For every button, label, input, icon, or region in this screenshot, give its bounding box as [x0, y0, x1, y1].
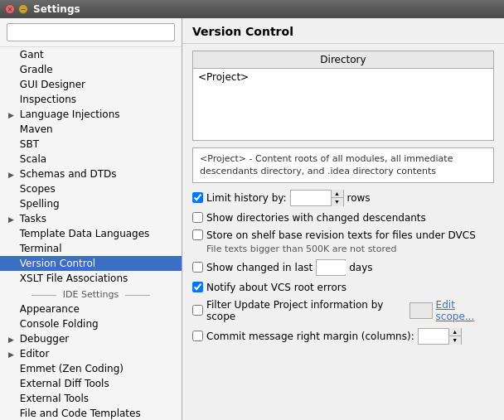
- filter-update-label: Filter Update Project information by sco…: [206, 299, 406, 322]
- sidebar-item-label: Terminal: [20, 243, 62, 254]
- filter-update-checkbox[interactable]: [192, 305, 203, 316]
- right-panel: Version Control Directory <Project>: [182, 18, 504, 420]
- edit-scope-link[interactable]: Edit scope...: [436, 299, 494, 322]
- directory-table: Directory <Project>: [192, 51, 494, 141]
- sidebar-item-label: Gradle: [20, 64, 53, 75]
- expand-arrow-icon: ▶: [8, 111, 17, 119]
- expand-arrow-icon: ▶: [8, 336, 17, 344]
- margin-spinner-buttons: ▲ ▼: [448, 328, 461, 345]
- sidebar-item-gant[interactable]: Gant: [0, 47, 182, 62]
- notify-vcs-option: Notify about VCS root errors: [192, 282, 494, 293]
- panel-content: Directory <Project> <Project> - Content …: [182, 44, 504, 420]
- sidebar-item-version-control[interactable]: Version Control: [0, 256, 182, 271]
- search-input[interactable]: [7, 23, 175, 41]
- sidebar-item-sbt[interactable]: SBT: [0, 137, 182, 152]
- show-directories-label: Show directories with changed descendant…: [206, 212, 426, 224]
- commit-margin-spinner[interactable]: 72 ▲ ▼: [418, 328, 462, 345]
- table-row[interactable]: <Project>: [193, 69, 494, 86]
- spinner-down-button[interactable]: ▼: [332, 198, 343, 206]
- directory-column-header: Directory: [193, 51, 494, 69]
- show-changed-checkbox[interactable]: [192, 262, 203, 273]
- sidebar-item-editor[interactable]: ▶ Editor: [0, 346, 182, 361]
- window-title: Settings: [33, 3, 80, 15]
- sidebar-item-debugger[interactable]: ▶ Debugger: [0, 331, 182, 346]
- show-changed-label: Show changed in last: [206, 262, 313, 273]
- limit-history-label: Limit history by:: [206, 192, 287, 204]
- sidebar-item-maven[interactable]: Maven: [0, 122, 182, 137]
- commit-message-checkbox[interactable]: [192, 331, 203, 341]
- limit-history-checkbox[interactable]: [192, 192, 203, 203]
- sidebar-item-label: Tasks: [20, 213, 46, 224]
- days-spinner[interactable]: 31: [316, 259, 346, 276]
- limit-history-input[interactable]: 1,000: [291, 191, 331, 205]
- sidebar-item-label: Emmet (Zen Coding): [20, 363, 124, 374]
- expand-arrow-icon: ▶: [8, 350, 17, 359]
- sidebar-item-gui-designer[interactable]: GUI Designer: [0, 77, 182, 92]
- sidebar-item-file-code-templates[interactable]: File and Code Templates: [0, 406, 182, 420]
- sidebar-item-xslt[interactable]: XSLT File Associations: [0, 271, 182, 286]
- limit-history-option: Limit history by: 1,000 ▲ ▼ rows: [192, 190, 494, 206]
- sidebar-item-language-injections[interactable]: ▶ Language Injections: [0, 107, 182, 122]
- sidebar-item-label: GUI Designer: [20, 79, 85, 90]
- sidebar-list: Gant Gradle GUI Designer Inspections ▶ L…: [0, 47, 182, 420]
- sidebar-item-label: Schemas and DTDs: [20, 168, 117, 180]
- window-controls[interactable]: × −: [5, 4, 28, 14]
- sidebar-item-schemas-dtds[interactable]: ▶ Schemas and DTDs: [0, 167, 182, 181]
- sidebar-item-label: Appearance: [20, 303, 80, 315]
- sidebar-item-label: Editor: [20, 348, 50, 360]
- scope-dropdown[interactable]: [410, 302, 432, 319]
- margin-spinner-down[interactable]: ▼: [449, 336, 461, 345]
- store-on-shelf-checkbox[interactable]: [192, 229, 203, 240]
- main-container: Gant Gradle GUI Designer Inspections ▶ L…: [0, 18, 504, 420]
- sidebar-item-console-folding[interactable]: Console Folding: [0, 316, 182, 331]
- show-directories-option: Show directories with changed descendant…: [192, 212, 494, 224]
- days-suffix: days: [349, 262, 372, 273]
- sidebar-item-external-tools[interactable]: External Tools: [0, 391, 182, 406]
- days-input[interactable]: 31: [317, 261, 346, 274]
- sidebar-item-template-data[interactable]: Template Data Languages: [0, 226, 182, 241]
- expand-arrow-icon: ▶: [8, 215, 17, 224]
- sidebar-item-label: Maven: [20, 123, 53, 135]
- sidebar-item-label: Inspections: [20, 94, 76, 105]
- limit-history-suffix: rows: [347, 192, 371, 204]
- margin-spinner-up[interactable]: ▲: [449, 328, 461, 336]
- sidebar-item-gradle[interactable]: Gradle: [0, 62, 182, 77]
- spinner-up-button[interactable]: ▲: [332, 190, 343, 198]
- sidebar-item-inspections[interactable]: Inspections: [0, 92, 182, 107]
- panel-title: Version Control: [182, 18, 504, 44]
- sidebar-item-appearance[interactable]: Appearance: [0, 302, 182, 316]
- sidebar-item-label: File and Code Templates: [20, 408, 141, 419]
- commit-margin-input[interactable]: 72: [419, 330, 448, 343]
- sidebar-item-label: Language Injections: [20, 109, 120, 120]
- store-on-shelf-wrap: Store on shelf base revision texts for f…: [192, 229, 494, 254]
- sidebar-item-label: Version Control: [20, 258, 95, 269]
- sidebar-item-label: Scala: [20, 153, 46, 165]
- sidebar-item-tasks[interactable]: ▶ Tasks: [0, 211, 182, 226]
- sidebar-item-label: Spelling: [20, 198, 60, 210]
- sidebar-item-terminal[interactable]: Terminal: [0, 241, 182, 256]
- filter-update-option: Filter Update Project information by sco…: [192, 299, 494, 322]
- sidebar-item-label: Debugger: [20, 333, 69, 345]
- commit-message-option: Commit message right margin (columns): 7…: [192, 328, 494, 345]
- sidebar-item-label: Scopes: [20, 183, 56, 195]
- sidebar-item-spelling[interactable]: Spelling: [0, 196, 182, 211]
- show-directories-checkbox[interactable]: [192, 212, 203, 223]
- sidebar-item-label: SBT: [20, 138, 39, 150]
- title-bar: × − Settings: [0, 0, 504, 18]
- sidebar-item-scala[interactable]: Scala: [0, 152, 182, 167]
- sidebar-item-label: External Diff Tools: [20, 378, 109, 389]
- limit-history-spinner[interactable]: 1,000 ▲ ▼: [290, 190, 344, 206]
- close-button[interactable]: ×: [5, 4, 15, 14]
- notify-vcs-checkbox[interactable]: [192, 282, 203, 292]
- notify-vcs-label: Notify about VCS root errors: [206, 282, 346, 293]
- minimize-button[interactable]: −: [18, 4, 28, 14]
- sidebar-item-external-diff[interactable]: External Diff Tools: [0, 376, 182, 391]
- sidebar-item-emmet[interactable]: Emmet (Zen Coding): [0, 361, 182, 376]
- sidebar-item-label: External Tools: [20, 393, 89, 404]
- sidebar-item-label: Console Folding: [20, 318, 99, 330]
- info-box: <Project> - Content roots of all modules…: [192, 147, 494, 183]
- sidebar-item-label: XSLT File Associations: [20, 273, 128, 284]
- left-panel: Gant Gradle GUI Designer Inspections ▶ L…: [0, 18, 182, 420]
- commit-message-label: Commit message right margin (columns):: [206, 331, 414, 342]
- sidebar-item-scopes[interactable]: Scopes: [0, 181, 182, 196]
